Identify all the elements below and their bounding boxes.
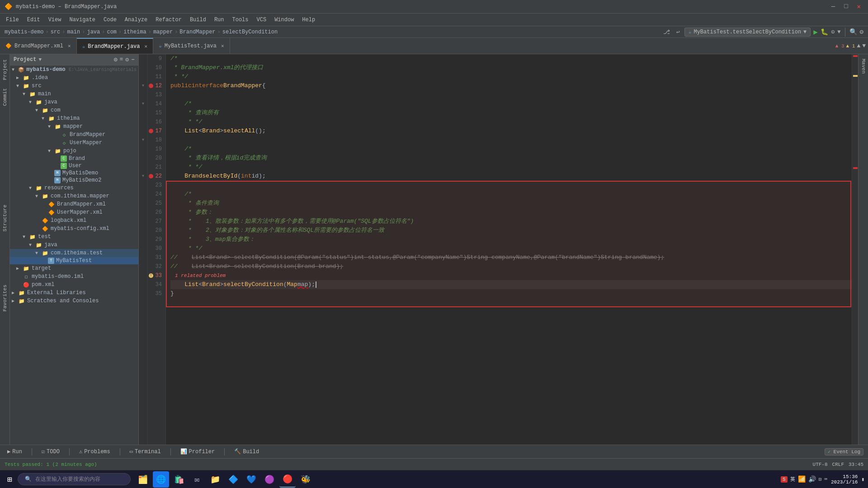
tree-item-test[interactable]: ▼ 📁 test [10,233,138,241]
run-tool-button[interactable]: ▶ Run [5,447,25,456]
tree-item-pojo[interactable]: ▼ 📁 pojo [10,147,138,155]
tree-item-brandmapper[interactable]: ◇ BrandMapper [10,131,138,139]
taskbar-app-edge[interactable]: 🌐 [153,471,169,488]
project-sort-icon[interactable]: ≡ [120,56,123,63]
taskbar-app-idea[interactable]: 🔴 [279,471,296,488]
breadcrumb-brandmapper[interactable]: BrandMapper [179,29,215,35]
todo-tool-button[interactable]: ☑ TODO [39,447,62,456]
taskbar-app-store[interactable]: 🛍️ [171,471,187,488]
tree-item-java-test[interactable]: ▼ 📁 java [10,241,138,249]
run-button[interactable]: ▶ [813,28,818,37]
close-button[interactable]: ✕ [854,2,863,11]
build-tool-button[interactable]: 🔨 Build [231,447,262,456]
tree-item-mybatis-demo[interactable]: ▼ 📦 mybatis-demo E:\JAVA_LearningMateria… [10,66,138,74]
tree-item-mapper[interactable]: ▼ 📁 mapper [10,122,138,131]
menu-navigate[interactable]: Navigate [66,15,99,24]
breadcrumb-itheima[interactable]: itheima [123,29,146,35]
code-content[interactable]: /* * BrandMapper.xml的代理接口 * */ public in… [166,54,858,445]
coverage-icon[interactable]: ⊙ [831,28,835,36]
menu-tools[interactable]: Tools [229,15,252,24]
breadcrumb-mybatis-demo[interactable]: mybatis-demo [5,29,43,35]
tree-item-target[interactable]: ▶ 📁 target [10,264,138,272]
profiler-tool-button[interactable]: 📊 Profiler [178,447,218,456]
taskbar-volume-icon[interactable]: 🔊 [808,475,816,483]
breadcrumb-main[interactable]: main [67,29,80,35]
start-button[interactable]: ⊞ [4,473,16,486]
tree-item-resources[interactable]: ▼ 📁 resources [10,184,138,192]
tree-item-mybatisdemo2[interactable]: M MyBatisDemo2 [10,177,138,184]
fold-arrow-14[interactable]: ▼ [142,102,144,106]
tab-brandmapper-xml[interactable]: 🔶 BrandMapper.xml ✕ [0,38,77,54]
taskbar-app-8[interactable]: 🟣 [261,471,278,488]
tree-item-src[interactable]: ▼ 📁 src [10,82,138,90]
tree-item-brandmapper-xml[interactable]: 🔶 BrandMapper.xml [10,200,138,208]
vcs-icon[interactable]: ⎇ [661,28,672,37]
taskbar-app-files[interactable]: 📁 [207,471,223,488]
tree-item-user[interactable]: C User [10,162,138,169]
event-log-badge[interactable]: ✓ Event Log [825,448,863,455]
tree-item-mybatis-config-xml[interactable]: 🔶 mybatis-config.xml [10,225,138,233]
problems-tool-button[interactable]: ⚠ Problems [76,447,113,456]
taskbar-app-code[interactable]: 🔷 [225,471,241,488]
expand-editor-icon[interactable]: ▲ [857,42,860,49]
menu-view[interactable]: View [45,15,65,24]
show-desktop-icon[interactable]: ▮ [861,476,864,482]
menu-refactor[interactable]: Refactor [152,15,185,24]
menu-analyze[interactable]: Analyze [121,15,151,24]
tree-item-java[interactable]: ▼ 📁 java [10,98,138,106]
menu-run[interactable]: Run [211,15,228,24]
tab-mybatistest-java[interactable]: ☕ MyBatisTest.java ✕ [153,38,230,54]
more-run-icon[interactable]: ▼ [837,29,840,35]
sidebar-structure-label[interactable]: Structure [1,201,9,235]
breadcrumb-com[interactable]: com [107,29,117,35]
fold-arrow-24[interactable]: ▼ [142,174,144,178]
sidebar-commit-label[interactable]: Commit [1,84,9,110]
tree-item-com-itheima-mapper[interactable]: ▼ 📁 com.itheima.mapper [10,192,138,200]
tree-item-external-libs[interactable]: ▶ 📁 External Libraries [10,289,138,297]
settings-icon[interactable]: ⚙ [860,28,863,36]
close-brandmapper-java-tab[interactable]: ✕ [145,43,148,49]
undo-icon[interactable]: ↩ [675,28,682,37]
taskbar-app-mail[interactable]: ✉️ [189,471,205,488]
tree-item-brand[interactable]: C Brand [10,155,138,162]
taskbar-ime-icon[interactable]: S [781,476,788,483]
tree-item-scratches[interactable]: ▶ 📁 Scratches and Consoles [10,297,138,305]
taskbar-network-icon[interactable]: 📶 [798,475,806,483]
breadcrumb-mapper[interactable]: mapper [153,29,173,35]
tree-item-usermapper-xml[interactable]: 🔶 UserMapper.xml [10,208,138,216]
taskbar-clock[interactable]: 15:36 2023/1/16 [831,474,858,485]
menu-build[interactable]: Build [186,15,210,24]
sidebar-favorites-label[interactable]: Favorites [1,281,9,315]
menu-code[interactable]: Code [100,15,120,24]
project-scope-icon[interactable]: ⊙ [114,56,118,63]
menu-help[interactable]: Help [298,15,319,24]
tree-item-com-itheima-test[interactable]: ▼ 📁 com.itheima.test [10,249,138,257]
tree-item-main[interactable]: ▼ 📁 main [10,90,138,98]
close-brandmapper-xml-tab[interactable]: ✕ [68,43,71,49]
search-icon[interactable]: 🔍 [849,28,857,36]
tree-item-pom-xml[interactable]: 🔴 pom.xml [10,281,138,289]
taskbar-app-10[interactable]: 🐝 [297,471,314,488]
taskbar-ime-label[interactable]: 英 [790,476,795,483]
taskbar-search[interactable]: 🔍 在这里输入你要搜索的内容 [18,473,131,485]
minimize-button[interactable]: — [829,2,838,11]
tree-item-com[interactable]: ▼ 📁 com [10,106,138,114]
debug-icon[interactable]: 🐛 [821,28,828,36]
sidebar-project-label[interactable]: Project [1,56,9,84]
tree-item-usermapper[interactable]: ◇ UserMapper [10,139,138,147]
taskbar-battery-icon[interactable]: ⊡ [819,476,822,482]
menu-edit[interactable]: Edit [24,15,44,24]
maven-label[interactable]: Maven [859,56,868,76]
taskbar-app-1[interactable]: 🗂️ [135,471,151,488]
project-settings-icon[interactable]: ⚙ [125,56,129,63]
close-mybatistest-tab[interactable]: ✕ [221,43,224,49]
tree-item-iml[interactable]: ◻ mybatis-demo.iml [10,272,138,281]
tree-item-mybatistest[interactable]: T MyBatisTest [10,257,138,264]
breadcrumb-java[interactable]: java [87,29,100,35]
maximize-button[interactable]: □ [841,2,850,11]
menu-vcs[interactable]: VCS [253,15,270,24]
terminal-tool-button[interactable]: ▭ Terminal [127,447,164,456]
taskbar-kb-icon[interactable]: ⌨ [824,476,827,482]
breadcrumb-src[interactable]: src [51,29,61,35]
fold-arrow-19[interactable]: ▼ [142,138,144,142]
